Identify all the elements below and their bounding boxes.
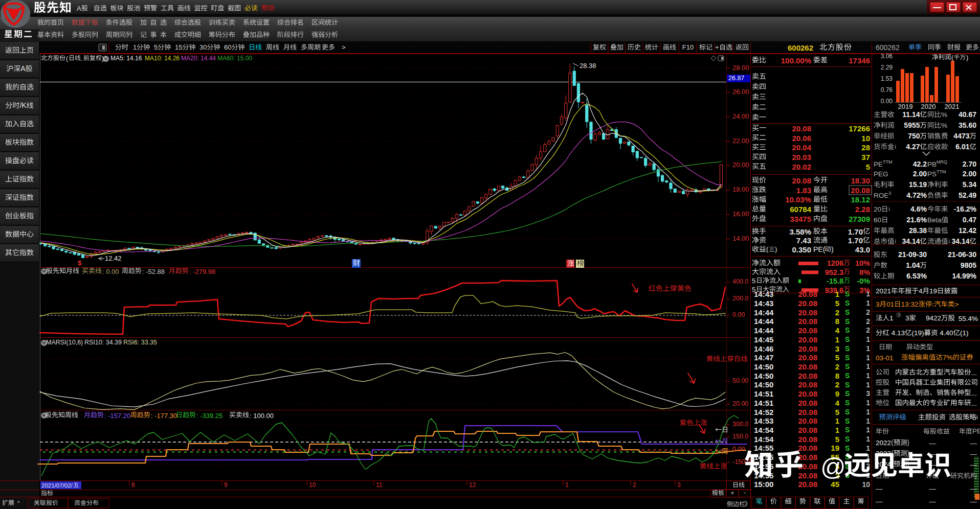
svg-text:3: 3 bbox=[905, 314, 909, 322]
svg-text:): ) bbox=[831, 245, 834, 253]
svg-text:14:46: 14:46 bbox=[754, 344, 773, 353]
svg-text:10: 10 bbox=[309, 481, 316, 489]
svg-text:45: 45 bbox=[831, 480, 839, 489]
svg-text:55.4%: 55.4% bbox=[959, 315, 978, 322]
svg-text:3: 3 bbox=[888, 191, 891, 196]
svg-text:S: S bbox=[845, 326, 850, 334]
svg-text:: -157.20: : -157.20 bbox=[104, 412, 130, 420]
svg-text:1: 1 bbox=[866, 344, 870, 353]
svg-text:14:44: 14:44 bbox=[754, 317, 774, 326]
svg-text:...: ... bbox=[971, 369, 977, 377]
svg-text:2020: 2020 bbox=[921, 103, 936, 110]
svg-text:20.08: 20.08 bbox=[798, 389, 817, 398]
svg-text:—: — bbox=[970, 439, 977, 447]
svg-text:S: S bbox=[845, 426, 850, 434]
svg-text:28: 28 bbox=[861, 143, 870, 152]
svg-text:1: 1 bbox=[866, 335, 870, 343]
svg-text:20.08: 20.08 bbox=[798, 408, 817, 417]
svg-text:1: 1 bbox=[133, 43, 137, 51]
svg-text:S: S bbox=[845, 435, 850, 443]
svg-text:MA20: 14.44: MA20: 14.44 bbox=[181, 55, 216, 62]
svg-text:i: i bbox=[949, 238, 950, 244]
svg-text:200.0: 200.0 bbox=[732, 295, 748, 302]
svg-text:4.27: 4.27 bbox=[906, 143, 920, 151]
svg-text:TTM: TTM bbox=[937, 169, 946, 174]
svg-text:MARSI(10,6): MARSI(10,6) bbox=[46, 339, 83, 346]
svg-text:: -279.98: : -279.98 bbox=[189, 268, 215, 275]
svg-text:S: S bbox=[845, 344, 850, 353]
svg-text:8%: 8% bbox=[859, 268, 870, 276]
svg-text:): ) bbox=[102, 55, 104, 62]
svg-text:S: S bbox=[845, 372, 850, 380]
svg-text:33475: 33475 bbox=[790, 215, 811, 223]
svg-text:20.02: 20.02 bbox=[792, 163, 811, 171]
svg-text:15:00: 15:00 bbox=[754, 480, 773, 489]
svg-text:20.08: 20.08 bbox=[798, 353, 817, 362]
svg-text:%: % bbox=[941, 122, 947, 129]
svg-text:1.70: 1.70 bbox=[848, 227, 863, 236]
svg-text:i: i bbox=[895, 144, 896, 150]
svg-text:14:43: 14:43 bbox=[754, 299, 773, 308]
svg-text:i: i bbox=[895, 238, 896, 244]
svg-text:6.01: 6.01 bbox=[955, 143, 969, 151]
svg-text:10: 10 bbox=[861, 134, 870, 143]
svg-text:20.08: 20.08 bbox=[851, 186, 870, 195]
svg-text:2: 2 bbox=[866, 317, 870, 326]
svg-text:.: . bbox=[81, 55, 82, 62]
svg-text:20.08: 20.08 bbox=[798, 326, 817, 335]
svg-text:2: 2 bbox=[866, 326, 870, 334]
svg-text:1: 1 bbox=[866, 399, 870, 407]
svg-text:14:50: 14:50 bbox=[754, 380, 773, 389]
svg-text:1: 1 bbox=[866, 417, 870, 425]
svg-text:: -52.88: : -52.88 bbox=[142, 268, 165, 275]
svg-text:1.53: 1.53 bbox=[881, 75, 893, 82]
svg-text:60784: 60784 bbox=[790, 205, 811, 214]
svg-text:20.08: 20.08 bbox=[798, 444, 817, 452]
svg-text:—: — bbox=[876, 498, 883, 505]
svg-text:14:44: 14:44 bbox=[754, 308, 774, 317]
svg-text:1.04: 1.04 bbox=[906, 261, 920, 269]
svg-text:5: 5 bbox=[835, 408, 839, 417]
svg-text:1: 1 bbox=[835, 417, 839, 425]
svg-text:): ) bbox=[966, 54, 968, 61]
svg-text:13:32: 13:32 bbox=[901, 300, 919, 308]
svg-text:1: 1 bbox=[866, 426, 870, 434]
svg-text:20.08: 20.08 bbox=[798, 426, 817, 434]
svg-text:12.42: 12.42 bbox=[105, 254, 122, 262]
svg-text:28.38: 28.38 bbox=[580, 62, 596, 70]
svg-text:30: 30 bbox=[199, 43, 207, 51]
svg-text:A: A bbox=[20, 64, 26, 73]
svg-text:20.04: 20.04 bbox=[792, 143, 811, 152]
svg-text:0.350: 0.350 bbox=[792, 245, 811, 254]
svg-text:S: S bbox=[845, 308, 850, 316]
svg-text:: -339.25: : -339.25 bbox=[196, 412, 222, 420]
svg-text:2: 2 bbox=[835, 362, 839, 371]
svg-text:5: 5 bbox=[752, 277, 755, 285]
svg-text:(: ( bbox=[951, 54, 954, 61]
svg-text:21.6%: 21.6% bbox=[906, 216, 927, 224]
svg-text:952.3: 952.3 bbox=[825, 268, 843, 276]
svg-text:27309: 27309 bbox=[849, 215, 870, 223]
svg-text:—: — bbox=[970, 485, 977, 493]
svg-text:PE(: PE( bbox=[813, 245, 826, 253]
svg-text:20.08: 20.08 bbox=[798, 335, 817, 344]
svg-text:S: S bbox=[845, 362, 850, 371]
svg-text:19: 19 bbox=[831, 444, 839, 452]
svg-text:RSI10: 34.39: RSI10: 34.39 bbox=[84, 339, 122, 346]
svg-text:14:54: 14:54 bbox=[754, 426, 774, 434]
svg-text:—: — bbox=[970, 450, 977, 458]
svg-text:2.00: 2.00 bbox=[963, 170, 976, 178]
svg-text:RSI6: 33.35: RSI6: 33.35 bbox=[123, 339, 157, 346]
svg-text:3: 3 bbox=[677, 481, 681, 489]
svg-text:2021: 2021 bbox=[945, 103, 960, 110]
svg-text:8: 8 bbox=[835, 372, 839, 380]
svg-text:MRQ: MRQ bbox=[937, 159, 947, 165]
svg-text:1206: 1206 bbox=[827, 259, 843, 267]
svg-text:: 100.00: : 100.00 bbox=[250, 412, 274, 420]
svg-text:—: — bbox=[929, 498, 937, 505]
svg-text:20.08: 20.08 bbox=[798, 317, 817, 326]
svg-text:14:54: 14:54 bbox=[754, 435, 774, 444]
svg-text:16.00: 16.00 bbox=[732, 210, 749, 218]
svg-text:): ) bbox=[775, 245, 777, 253]
svg-text:2: 2 bbox=[835, 308, 839, 317]
